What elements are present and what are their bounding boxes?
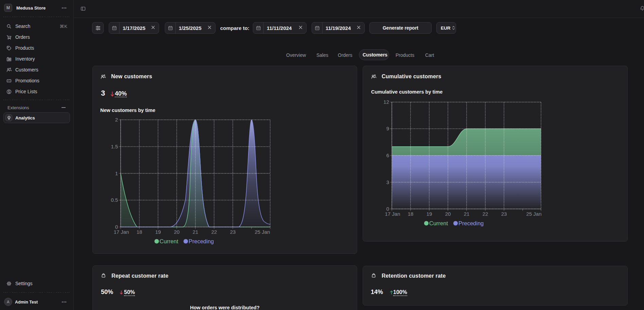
svg-text:25 Jan: 25 Jan bbox=[255, 229, 270, 235]
svg-text:22: 22 bbox=[211, 229, 217, 235]
svg-text:18: 18 bbox=[137, 229, 142, 235]
svg-text:21: 21 bbox=[193, 229, 198, 235]
svg-text:19: 19 bbox=[427, 211, 432, 217]
svg-text:21: 21 bbox=[464, 211, 470, 217]
svg-text:Preceding: Preceding bbox=[458, 220, 484, 226]
svg-text:22: 22 bbox=[483, 211, 488, 217]
svg-text:0.5: 0.5 bbox=[111, 197, 118, 203]
svg-text:20: 20 bbox=[445, 211, 451, 217]
svg-text:Preceding: Preceding bbox=[189, 238, 214, 244]
svg-text:17 Jan: 17 Jan bbox=[385, 211, 400, 217]
svg-text:20: 20 bbox=[174, 229, 180, 235]
svg-text:2: 2 bbox=[115, 117, 118, 123]
svg-text:3: 3 bbox=[386, 179, 389, 185]
svg-text:6: 6 bbox=[386, 152, 389, 158]
svg-text:17 Jan: 17 Jan bbox=[114, 229, 129, 235]
svg-text:Current: Current bbox=[429, 220, 448, 226]
svg-text:9: 9 bbox=[386, 126, 389, 131]
svg-text:23: 23 bbox=[230, 229, 236, 235]
svg-text:1.5: 1.5 bbox=[111, 144, 118, 149]
svg-text:Current: Current bbox=[160, 238, 178, 244]
svg-text:25 Jan: 25 Jan bbox=[526, 211, 541, 217]
svg-text:23: 23 bbox=[501, 211, 507, 217]
svg-text:1: 1 bbox=[115, 170, 118, 176]
svg-text:18: 18 bbox=[408, 211, 414, 217]
svg-text:19: 19 bbox=[155, 229, 161, 235]
svg-text:12: 12 bbox=[383, 99, 389, 105]
